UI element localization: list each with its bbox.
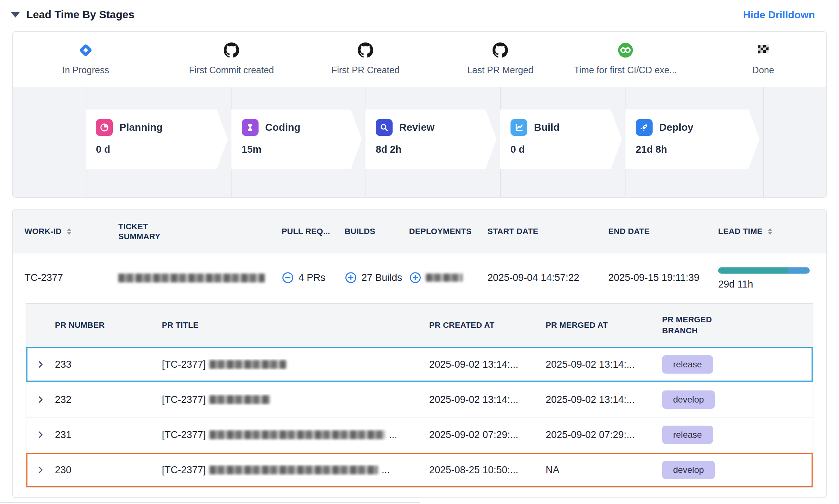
col-header-label: BUILDS	[345, 226, 375, 237]
section-divider	[0, 502, 420, 503]
stage-duration: 21d 8h	[636, 144, 749, 155]
stage-duration: 15m	[242, 144, 352, 155]
pr-merged-at: 2025-09-02 07:29:...	[546, 429, 662, 441]
pr-title-prefix: [TC-2377]	[162, 359, 206, 370]
stage-name: Build	[534, 122, 560, 133]
milestone-first-commit: First Commit created	[162, 42, 301, 75]
col-header-end-date: END DATE	[608, 226, 718, 237]
col-header-ticket-summary: TICKET SUMMARY	[118, 222, 282, 242]
chevron-right-icon[interactable]	[26, 359, 55, 370]
stage-build: Build 0 d	[500, 110, 622, 169]
pr-title: [TC-2377]	[162, 394, 429, 405]
milestone-done: Done	[694, 42, 827, 75]
pr-number: 230	[55, 464, 162, 476]
ticket-summary-value	[118, 272, 282, 284]
redacted-text	[209, 395, 270, 404]
col-header-builds: BUILDS	[345, 226, 409, 237]
pr-number: 232	[55, 394, 162, 405]
lead-time-stages-card: In Progress First Commit created First P…	[12, 31, 827, 198]
pr-table: PR NUMBER PR TITLE PR CREATED AT PR MERG…	[26, 303, 813, 488]
build-icon	[511, 119, 527, 136]
pr-merged-at: 2025-09-02 13:14:...	[546, 359, 662, 370]
work-table-row[interactable]: TC-2377 4 PRs 27 Builds 2025-09-04 14:57…	[13, 253, 826, 302]
pr-title-suffix: ...	[382, 464, 390, 476]
pr-title: [TC-2377] ...	[162, 429, 429, 441]
pull-requests-toggle[interactable]: 4 PRs	[282, 271, 345, 284]
expand-circle-icon[interactable]	[409, 271, 422, 284]
chevron-right-icon[interactable]	[26, 464, 55, 475]
lead-bar-segment-blue	[788, 267, 810, 274]
work-table-header: WORK-ID TICKET SUMMARY PULL REQ... BUILD…	[13, 210, 826, 253]
sort-icon[interactable]	[765, 227, 775, 236]
pr-branch-cell: develop	[662, 461, 813, 479]
pr-title-prefix: [TC-2377]	[162, 429, 206, 441]
col-header-label: PULL REQ...	[282, 226, 330, 237]
pr-merged-at: 2025-09-02 13:14:...	[546, 394, 662, 405]
chevron-right-icon[interactable]	[26, 429, 55, 440]
stage-duration: 8d 2h	[376, 144, 486, 155]
redacted-text	[209, 466, 378, 474]
stage-name: Planning	[119, 122, 163, 133]
col-header-pr-merged-branch: PR MERGED BRANCH	[662, 314, 739, 336]
branch-badge: release	[662, 355, 713, 374]
milestone-label: Time for first CI/CD exe...	[556, 65, 695, 75]
branch-badge: develop	[662, 461, 715, 479]
col-header-label: START DATE	[487, 226, 538, 237]
stage-planning: Planning 0 d	[86, 110, 228, 169]
redacted-text	[118, 274, 265, 282]
stage-coding: Coding 15m	[231, 110, 362, 169]
stage-duration: 0 d	[96, 144, 218, 155]
page-title: Lead Time By Stages	[26, 9, 134, 21]
collapse-circle-icon[interactable]	[282, 271, 294, 284]
sort-icon[interactable]	[64, 227, 74, 236]
milestone-first-pr: First PR Created	[296, 42, 435, 75]
collapse-caret-icon[interactable]	[11, 12, 20, 18]
pr-table-row[interactable]: 230 [TC-2377] ... 2025-08-25 10:50:... N…	[26, 452, 813, 487]
chevron-right-icon[interactable]	[26, 394, 55, 405]
milestone-cicd: Time for first CI/CD exe...	[556, 42, 695, 75]
col-header-start-date: START DATE	[487, 226, 608, 237]
col-header-pr-title: PR TITLE	[162, 320, 429, 331]
pull-requests-count: 4 PRs	[298, 272, 326, 284]
stage-name: Review	[399, 122, 435, 133]
pr-created-at: 2025-09-02 07:29:...	[429, 429, 546, 441]
pr-title-prefix: [TC-2377]	[162, 464, 206, 476]
branch-badge: release	[662, 426, 713, 444]
finish-flag-icon	[755, 42, 771, 58]
github-icon	[357, 42, 374, 58]
stage-blocks-layer: Planning 0 d Coding 15m Review 8d 2h	[13, 87, 826, 197]
builds-toggle[interactable]: 27 Builds	[345, 271, 409, 284]
start-date-value: 2025-09-04 14:57:22	[487, 272, 608, 284]
expand-circle-icon[interactable]	[345, 271, 357, 284]
col-header-label: END DATE	[608, 226, 650, 237]
cicd-icon	[617, 42, 634, 58]
lead-time-bar	[718, 267, 810, 274]
milestone-label: First PR Created	[296, 65, 435, 75]
end-date-value: 2025-09-15 19:11:39	[608, 272, 718, 284]
col-header-pull-requests: PULL REQ...	[282, 226, 345, 237]
pr-table-header: PR NUMBER PR TITLE PR CREATED AT PR MERG…	[26, 304, 813, 346]
lead-time-cell: 29d 11h	[718, 265, 814, 290]
pr-table-row[interactable]: 232 [TC-2377] 2025-09-02 13:14:... 2025-…	[26, 382, 813, 417]
milestone-label: Done	[694, 65, 827, 75]
col-header-label: DEPLOYMENTS	[409, 226, 472, 237]
pr-table-row[interactable]: 233 [TC-2377] 2025-09-02 13:14:... 2025-…	[26, 346, 813, 382]
stage-duration: 0 d	[511, 144, 612, 155]
github-icon	[223, 42, 240, 58]
col-header-pr-created: PR CREATED AT	[429, 320, 546, 331]
pr-title-prefix: [TC-2377]	[162, 394, 206, 405]
deploy-rocket-icon	[636, 119, 653, 136]
milestone-label: Last PR Merged	[431, 65, 570, 75]
pr-table-row[interactable]: 231 [TC-2377] ... 2025-09-02 07:29:... 2…	[26, 417, 813, 452]
in-progress-icon	[78, 42, 94, 58]
review-icon	[376, 119, 393, 136]
branch-badge: develop	[662, 390, 715, 409]
work-id-value: TC-2377	[25, 272, 118, 284]
deployments-toggle[interactable]	[409, 271, 487, 284]
hide-drilldown-link[interactable]: Hide Drilldown	[743, 9, 815, 21]
pr-branch-cell: develop	[662, 390, 813, 409]
stage-deploy: Deploy 21d 8h	[625, 110, 760, 169]
col-header-work-id[interactable]: WORK-ID	[25, 226, 118, 237]
col-header-lead-time[interactable]: LEAD TIME	[718, 226, 814, 237]
lead-time-value: 29d 11h	[718, 279, 814, 290]
